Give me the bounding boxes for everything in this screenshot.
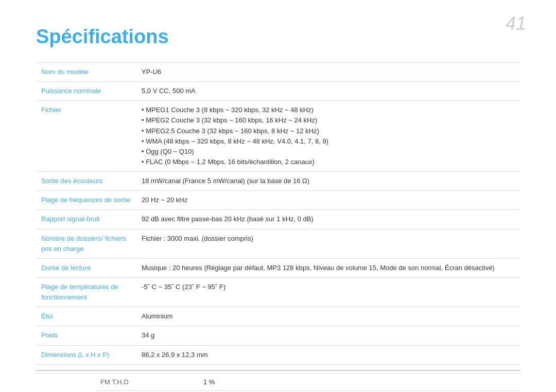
radio-section: Radio FMFM T.H.D1 %Rapport signal FM-bru… [36,370,520,392]
row-value: 86,2 x 26,9 x 12,3 mm [136,345,520,364]
table-row: Dimensions (L x H x P)86,2 x 26,9 x 12,3… [36,345,520,364]
row-value: 92 dB avec filtre passe-bas 20 kHz (basé… [136,210,520,229]
row-label: Rapport signal-bruit [36,210,136,229]
table-row: Nom du modèleYP-U6 [36,63,520,82]
row-value: Fichier : 3000 maxi. (dossier compris) [136,229,520,258]
row-value: 34 g [136,326,520,345]
row-label: Plage de fréquences de sortie [36,191,136,210]
row-value: YP-U6 [136,63,520,82]
radio-value: 1 % [198,373,520,391]
radio-sublabel: FM T.H.D [95,373,198,391]
page-title: Spécifications [36,26,520,48]
row-label: Nom du modèle [36,63,136,82]
specs-table: Nom du modèleYP-U6Puissance nominale5,0 … [36,62,520,365]
row-value: 5,0 V CC, 500 mA [136,82,520,101]
table-row: Fichier• MPEG1 Couche 3 (8 kbps ~ 320 kb… [36,101,520,172]
row-label: Étui [36,307,136,326]
row-label: Plage de températures de fonctionnement [36,277,136,307]
table-row: Puissance nominale5,0 V CC, 500 mA [36,82,520,101]
row-label: Nombre de dossiers/ fichiers pris en cha… [36,229,136,258]
row-value: -5˚ C ~ 35˚ C (23˚ F ~ 95˚ F) [136,277,520,307]
row-label: Fichier [36,101,136,172]
radio-row: Radio FMFM T.H.D1 % [36,373,520,391]
row-label: Dimensions (L x H x P) [36,345,136,364]
table-row: Poids34 g [36,326,520,345]
table-row: Nombre de dossiers/ fichiers pris en cha… [36,229,520,258]
table-row: Durée de lectureMusique : 20 heures (Rég… [36,258,520,277]
page-number: 41 [506,14,526,33]
radio-fm-label: Radio FM [36,373,95,392]
table-row: ÉtuiAluminium [36,307,520,326]
row-label: Poids [36,326,136,345]
radio-table: Radio FMFM T.H.D1 %Rapport signal FM-bru… [36,373,520,392]
row-value: Musique : 20 heures (Réglage par défaut,… [136,258,520,277]
table-row: Plage de températures de fonctionnement-… [36,277,520,307]
table-row: Sortie des écouteurs18 mW/canal (France … [36,172,520,191]
row-value: Aluminium [136,307,520,326]
row-label: Puissance nominale [36,82,136,101]
table-row: Rapport signal-bruit92 dB avec filtre pa… [36,210,520,229]
row-value: • MPEG1 Couche 3 (8 kbps ~ 320 kbps, 32 … [136,101,520,172]
table-row: Plage de fréquences de sortie20 Hz ~ 20 … [36,191,520,210]
row-value: 18 mW/canal (France 5 mW/canal) (sur la … [136,172,520,191]
row-label: Durée de lecture [36,258,136,277]
row-value: 20 Hz ~ 20 kHz [136,191,520,210]
row-label: Sortie des écouteurs [36,172,136,191]
